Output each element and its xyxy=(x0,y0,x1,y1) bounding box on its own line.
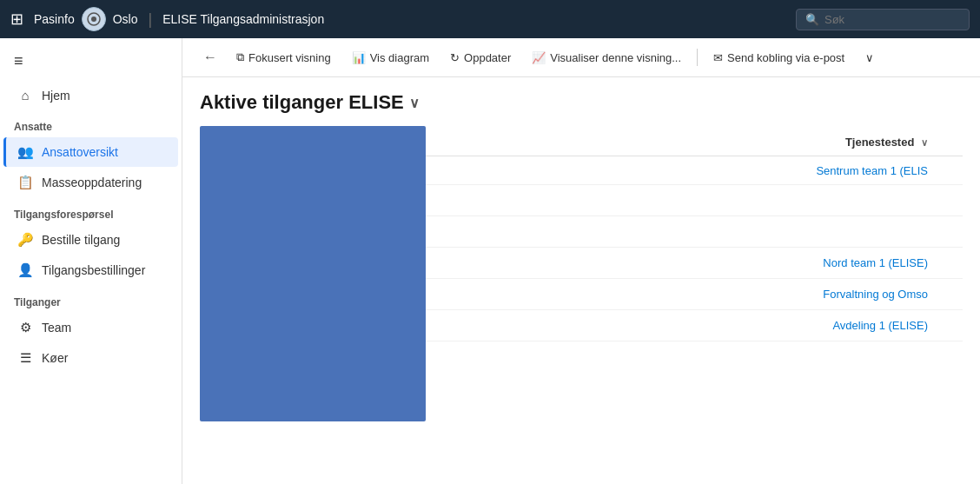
send-kobling-label: Send kobling via e-post xyxy=(727,51,844,64)
team-icon: ⚙ xyxy=(17,320,33,335)
oslo-logo xyxy=(82,7,106,31)
search-box[interactable]: 🔍 xyxy=(796,9,970,30)
visualiser-button[interactable]: 📈 Visualiser denne visning... xyxy=(523,47,690,69)
row-tjenestested-cell[interactable]: Nord team 1 (ELISE) xyxy=(722,248,963,279)
key-icon: 🔑 xyxy=(17,232,33,248)
vis-diagram-button[interactable]: 📊 Vis diagram xyxy=(343,47,438,69)
oppdater-label: Oppdater xyxy=(464,51,511,64)
sidebar-ansattoversikt-label: Ansattoversikt xyxy=(42,145,118,159)
hamburger-button[interactable]: ≡ xyxy=(0,45,182,77)
back-button[interactable]: ← xyxy=(196,45,224,70)
refresh-icon: ↻ xyxy=(450,51,460,64)
chart-icon: 📈 xyxy=(532,51,546,64)
sidebar-hjem-label: Hjem xyxy=(42,89,70,103)
person-edit-icon: 📋 xyxy=(17,175,33,190)
sidebar-item-ansattoversikt[interactable]: 👥 Ansattoversikt xyxy=(3,137,178,167)
sidebar-section-tilgangsforespørsel: Tilgangsforespørsel xyxy=(0,198,182,224)
title-chevron-icon[interactable]: ∨ xyxy=(409,95,420,111)
divider-line: | xyxy=(149,10,153,29)
toolbar-divider xyxy=(697,49,698,66)
chevron-down-icon: ∨ xyxy=(865,51,874,64)
row-tjenestested-cell[interactable]: Sentrum team 1 (ELIS xyxy=(722,156,963,185)
person-add-icon: 👤 xyxy=(17,262,33,278)
app-logo: Pasinfo Oslo xyxy=(34,7,138,31)
email-icon: ✉ xyxy=(713,51,723,64)
home-icon: ⌂ xyxy=(17,88,33,103)
focused-view-icon: ⧉ xyxy=(236,50,244,64)
focused-view-label: Fokusert visning xyxy=(248,51,331,64)
more-options-button[interactable]: ∨ xyxy=(857,47,883,69)
oslo-label: Oslo xyxy=(113,12,138,26)
sidebar-section-ansatte: Ansatte xyxy=(0,110,182,136)
diagram-icon: 📊 xyxy=(352,51,366,64)
sidebar-item-hjem[interactable]: ⌂ Hjem xyxy=(3,81,178,109)
sidebar-køer-label: Køer xyxy=(42,351,68,365)
sidebar-masseoppdatering-label: Masseoppdatering xyxy=(42,176,142,189)
send-kobling-button[interactable]: ✉ Send kobling via e-post xyxy=(705,47,853,69)
row-tjenestested-cell[interactable]: Forvaltning og Omso xyxy=(722,279,963,310)
app-title: ELISE Tilgangsadministrasjon xyxy=(162,12,324,26)
sidebar-item-masseoppdatering[interactable]: 📋 Masseoppdatering xyxy=(3,168,178,197)
queue-icon: ☰ xyxy=(17,350,33,366)
page-title: Aktive tilganger ELISE ∨ xyxy=(200,91,963,114)
sidebar-item-team[interactable]: ⚙ Team xyxy=(3,313,178,342)
sidebar-item-bestille-tilgang[interactable]: 🔑 Bestille tilgang xyxy=(3,225,178,255)
row-tjenestested-cell xyxy=(722,185,963,216)
main-layout: ≡ ⌂ Hjem Ansatte 👥 Ansattoversikt 📋 Mass… xyxy=(0,38,980,484)
sidebar-item-køer[interactable]: ☰ Køer xyxy=(3,343,178,373)
row-tjenestested-cell xyxy=(722,216,963,248)
oppdater-button[interactable]: ↻ Oppdater xyxy=(441,47,520,69)
page-content: Aktive tilganger ELISE ∨ ⛭ xyxy=(182,77,980,484)
blue-overlay-panel xyxy=(200,126,426,421)
app-name-pasinfo: Pasinfo xyxy=(34,12,75,26)
search-icon: 🔍 xyxy=(805,13,819,26)
visualiser-label: Visualiser denne visning... xyxy=(550,51,681,64)
people-icon: 👥 xyxy=(17,144,33,160)
row-tjenestested-cell[interactable]: Avdeling 1 (ELISE) xyxy=(722,310,963,341)
sidebar-bestille-label: Bestille tilgang xyxy=(42,233,120,247)
page-title-text: Aktive tilganger ELISE xyxy=(200,91,404,114)
svg-point-1 xyxy=(91,17,96,22)
sidebar: ≡ ⌂ Hjem Ansatte 👥 Ansattoversikt 📋 Mass… xyxy=(0,38,182,484)
tjenestested-sort-icon: ∨ xyxy=(921,137,928,148)
vis-diagram-label: Vis diagram xyxy=(370,51,429,64)
toolbar: ← ⧉ Fokusert visning 📊 Vis diagram ↻ Opp… xyxy=(182,38,980,77)
th-tjenestested[interactable]: Tjenestested ∨ xyxy=(722,128,963,156)
th-tjenestested-label: Tjenestested xyxy=(845,136,914,149)
sidebar-team-label: Team xyxy=(42,321,71,335)
search-input[interactable] xyxy=(824,13,960,26)
sidebar-item-tilgangsbestillinger[interactable]: 👤 Tilgangsbestillinger xyxy=(3,255,178,285)
top-bar: ⊞ Pasinfo Oslo | ELISE Tilgangsadministr… xyxy=(0,0,980,38)
sidebar-tilgangsbestillinger-label: Tilgangsbestillinger xyxy=(42,263,145,277)
grid-icon[interactable]: ⊞ xyxy=(10,10,23,29)
sidebar-section-tilganger: Tilganger xyxy=(0,286,182,312)
content-area: ← ⧉ Fokusert visning 📊 Vis diagram ↻ Opp… xyxy=(182,38,980,484)
focused-view-button[interactable]: ⧉ Fokusert visning xyxy=(228,46,340,69)
